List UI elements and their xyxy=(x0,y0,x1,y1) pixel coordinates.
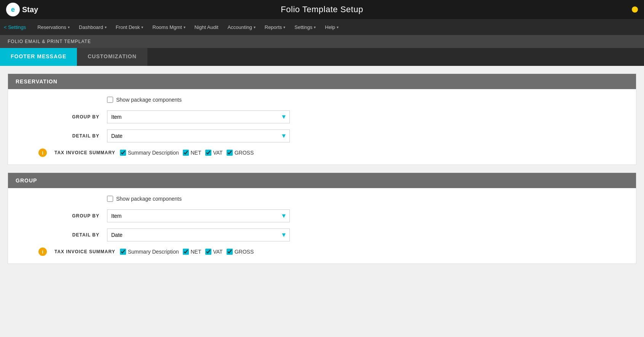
group-summary-desc-checkbox[interactable] xyxy=(120,249,126,255)
info-icon: i xyxy=(38,149,47,157)
group-group-by-label: GROUP BY xyxy=(31,213,107,219)
group-net-label: NET xyxy=(191,249,201,255)
reservation-tax-summary-desc: Summary Description xyxy=(120,150,179,156)
group-tax-label: TAX INVOICE SUMMARY xyxy=(54,249,115,254)
nav-help[interactable]: Help ▾ xyxy=(321,23,342,32)
group-tax-gross: GROSS xyxy=(227,249,254,255)
top-header: e Stay Folio Template Setup xyxy=(0,0,644,19)
nav-reservations[interactable]: Reservations ▾ xyxy=(34,23,74,32)
sub-header: FOLIO EMAIL & PRINT TEMPLATE xyxy=(0,35,644,48)
reservation-group-by-label: GROUP BY xyxy=(31,114,107,120)
nav-settings[interactable]: Settings ▾ xyxy=(291,23,320,32)
nav-dashboard[interactable]: Dashboard ▾ xyxy=(75,23,110,32)
group-tax-net: NET xyxy=(183,249,201,255)
group-gross-checkbox[interactable] xyxy=(227,249,233,255)
group-summary-desc-label: Summary Description xyxy=(128,249,179,255)
content-area: RESERVATION Show package components GROU… xyxy=(0,66,644,279)
nav-front-desk[interactable]: Front Desk ▾ xyxy=(112,23,147,32)
reservation-gross-checkbox[interactable] xyxy=(227,150,233,156)
chevron-down-icon: ▾ xyxy=(314,25,316,29)
chevron-down-icon: ▾ xyxy=(141,25,143,29)
group-detail-by-row: DETAIL BY Date Item None ▼ xyxy=(31,228,628,241)
reservation-group-by-row: GROUP BY Item Category Date ▼ xyxy=(31,110,628,123)
logo-icon: e xyxy=(6,3,20,16)
group-section: GROUP Show package components GROUP BY I… xyxy=(8,172,636,264)
reservation-tax-checks: Summary Description NET VAT GROSS xyxy=(120,150,254,156)
reservation-show-package-label: Show package components xyxy=(116,97,182,103)
nav-rooms-mgmt[interactable]: Rooms Mgmt ▾ xyxy=(149,23,189,32)
reservation-summary-desc-checkbox[interactable] xyxy=(120,150,126,156)
group-group-by-select-wrapper: Item Category Date ▼ xyxy=(107,209,290,222)
reservation-detail-by-row: DETAIL BY Date Item None ▼ xyxy=(31,129,628,142)
group-vat-checkbox[interactable] xyxy=(205,249,211,255)
back-link[interactable]: < Settings xyxy=(4,24,26,30)
reservation-vat-checkbox[interactable] xyxy=(205,150,211,156)
reservation-tax-label: TAX INVOICE SUMMARY xyxy=(54,150,115,155)
group-detail-by-select-wrapper: Date Item None ▼ xyxy=(107,228,290,241)
group-show-package-row: Show package components xyxy=(107,196,628,202)
tabs-bar: FOOTER MESSAGE CUSTOMIZATION xyxy=(0,48,644,66)
reservation-tax-gross: GROSS xyxy=(227,150,254,156)
reservation-tax-vat: VAT xyxy=(205,150,223,156)
reservation-vat-label: VAT xyxy=(213,150,223,156)
chevron-down-icon: ▾ xyxy=(184,25,185,29)
group-detail-by-label: DETAIL BY xyxy=(31,232,107,238)
chevron-down-icon: ▾ xyxy=(105,25,107,29)
group-show-package-checkbox[interactable] xyxy=(107,196,113,202)
reservation-net-label: NET xyxy=(191,150,201,156)
reservation-detail-by-label: DETAIL BY xyxy=(31,133,107,139)
reservation-body: Show package components GROUP BY Item Ca… xyxy=(8,89,636,165)
reservation-tax-row: i TAX INVOICE SUMMARY Summary Descriptio… xyxy=(31,149,628,157)
reservation-header: RESERVATION xyxy=(8,74,636,89)
group-group-by-row: GROUP BY Item Category Date ▼ xyxy=(31,209,628,222)
reservation-detail-by-select[interactable]: Date Item None xyxy=(107,129,290,142)
reservation-show-package-checkbox[interactable] xyxy=(107,97,113,103)
chevron-down-icon: ▾ xyxy=(283,25,285,29)
reservation-detail-by-select-wrapper: Date Item None ▼ xyxy=(107,129,290,142)
reservation-gross-label: GROSS xyxy=(235,150,254,156)
group-vat-label: VAT xyxy=(213,249,223,255)
chevron-down-icon: ▾ xyxy=(254,25,256,29)
reservation-group-by-select[interactable]: Item Category Date xyxy=(107,110,290,123)
group-tax-vat: VAT xyxy=(205,249,223,255)
info-icon: i xyxy=(38,248,47,256)
tab-customization[interactable]: CUSTOMIZATION xyxy=(77,48,147,66)
group-show-package-label: Show package components xyxy=(116,196,182,202)
reservation-section: RESERVATION Show package components GROU… xyxy=(8,73,636,165)
reservation-summary-desc-label: Summary Description xyxy=(128,150,179,156)
group-header: GROUP xyxy=(8,173,636,188)
reservation-tax-net: NET xyxy=(183,150,201,156)
status-dot xyxy=(632,6,638,13)
group-detail-by-select[interactable]: Date Item None xyxy=(107,228,290,241)
group-gross-label: GROSS xyxy=(235,249,254,255)
logo-area: e Stay xyxy=(6,3,38,16)
reservation-group-by-select-wrapper: Item Category Date ▼ xyxy=(107,110,290,123)
group-net-checkbox[interactable] xyxy=(183,249,189,255)
nav-reports[interactable]: Reports ▾ xyxy=(261,23,289,32)
logo-text: Stay xyxy=(22,5,38,14)
nav-accounting[interactable]: Accounting ▾ xyxy=(224,23,259,32)
group-tax-row: i TAX INVOICE SUMMARY Summary Descriptio… xyxy=(31,248,628,256)
chevron-down-icon: ▾ xyxy=(68,25,70,29)
nav-bar: < Settings Reservations ▾ Dashboard ▾ Fr… xyxy=(0,19,644,35)
group-body: Show package components GROUP BY Item Ca… xyxy=(8,188,636,264)
reservation-show-package-row: Show package components xyxy=(107,97,628,103)
group-tax-summary-desc: Summary Description xyxy=(120,249,179,255)
tab-footer-message[interactable]: FOOTER MESSAGE xyxy=(0,48,77,66)
page-title: Folio Template Setup xyxy=(281,5,363,14)
group-tax-checks: Summary Description NET VAT GROSS xyxy=(120,249,254,255)
reservation-net-checkbox[interactable] xyxy=(183,150,189,156)
group-group-by-select[interactable]: Item Category Date xyxy=(107,209,290,222)
nav-night-audit[interactable]: Night Audit xyxy=(191,23,222,32)
chevron-down-icon: ▾ xyxy=(337,25,339,29)
